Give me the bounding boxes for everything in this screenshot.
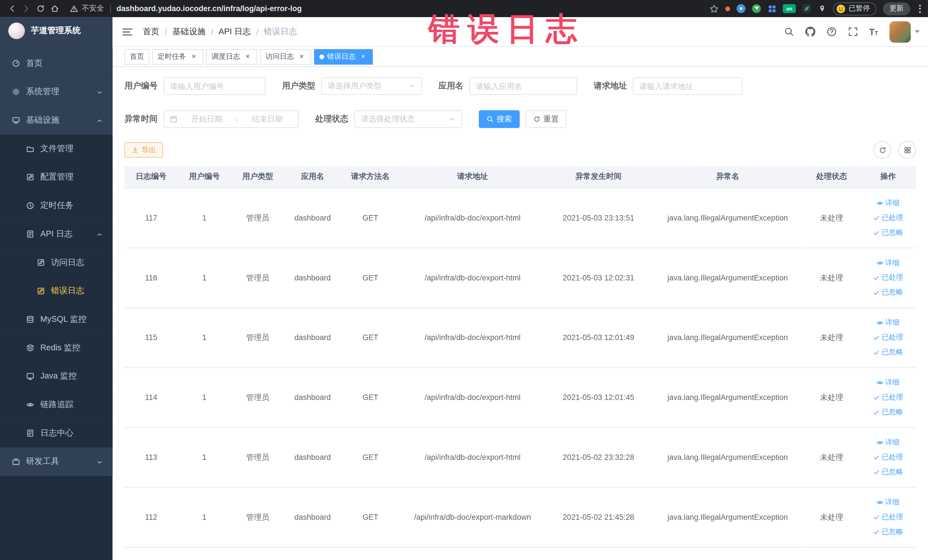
breadcrumb-item[interactable]: 首页 (143, 26, 159, 37)
processed-link[interactable]: 已处理 (873, 512, 903, 522)
ignored-link[interactable]: 已忽略 (873, 527, 903, 537)
cell-actions: 详细已处理已忽略 (860, 487, 916, 547)
sidebar-item-API-日志[interactable]: API 日志 (0, 220, 113, 249)
user-type-select[interactable]: 请选择用户类型 (321, 77, 422, 95)
log-center-icon (26, 429, 34, 437)
processed-link[interactable]: 已处理 (873, 273, 903, 283)
ignored-link[interactable]: 已忽略 (873, 347, 903, 357)
bookmark-star-icon[interactable] (709, 4, 719, 14)
sidebar-toggle-icon[interactable] (122, 26, 133, 38)
detail-link[interactable]: 详细 (876, 437, 899, 447)
view-tab-首页[interactable]: 首页 (124, 49, 149, 64)
extension-icon[interactable] (752, 4, 761, 13)
processed-link[interactable]: 已处理 (873, 392, 903, 402)
cell-request-url: /api/infra/db-doc/export-html (400, 248, 545, 308)
detail-link[interactable]: 详细 (876, 377, 899, 388)
sidebar-item-错误日志[interactable]: 错误日志 (0, 277, 113, 305)
close-tab-icon[interactable]: × (244, 52, 252, 61)
back-icon[interactable] (5, 2, 19, 16)
detail-link[interactable]: 详细 (876, 317, 899, 328)
filter-form: 用户编号 用户类型 请选择用户类型 应用名 (124, 77, 916, 128)
extension-on-badge[interactable]: on (783, 4, 796, 13)
sidebar-item-定时任务[interactable]: 定时任务 (0, 191, 113, 220)
filter-app-name: 应用名 (438, 77, 577, 95)
close-tab-icon[interactable]: × (359, 52, 368, 61)
sidebar-item-配置管理[interactable]: 配置管理 (0, 163, 113, 191)
view-tab-定时任务[interactable]: 定时任务× (152, 49, 203, 64)
refresh-button[interactable] (873, 141, 891, 159)
paused-button[interactable]: 已暂停 (833, 2, 877, 15)
ignored-link[interactable]: 已忽略 (873, 227, 903, 238)
date-range-picker[interactable]: 开始日期 - 结束日期 (163, 110, 299, 128)
extension-icon[interactable] (725, 6, 730, 11)
search-button[interactable]: 搜索 (479, 110, 519, 128)
sidebar-item-基础设施[interactable]: 基础设施 (0, 106, 113, 135)
browser-menu-icon[interactable] (917, 5, 923, 13)
view-tab-错误日志[interactable]: 错误日志× (314, 49, 373, 64)
close-tab-icon[interactable]: × (190, 52, 198, 61)
font-size-icon[interactable]: TT (869, 27, 878, 36)
sidebar-item-Java-监控[interactable]: Java 监控 (0, 362, 113, 391)
sidebar: 芋道管理系统 首页系统管理基础设施文件管理配置管理定时任务API 日志访问日志错… (0, 17, 113, 560)
detail-link[interactable]: 详细 (876, 198, 899, 208)
fullscreen-icon[interactable] (848, 26, 858, 37)
update-button[interactable]: 更新 (883, 2, 910, 15)
address-bar[interactable]: 不安全 dashboard.yudao.iocoder.cn/infra/log… (70, 3, 702, 14)
table-row: 1171管理员dashboardGET/api/infra/db-doc/exp… (124, 188, 916, 248)
infra-icon (12, 116, 20, 124)
home-icon[interactable] (47, 2, 62, 16)
ignored-link[interactable]: 已忽略 (873, 287, 903, 297)
sidebar-item-MySQL-监控[interactable]: MySQL 监控 (0, 305, 113, 334)
github-icon[interactable] (805, 26, 815, 37)
ignored-link[interactable]: 已忽略 (873, 407, 903, 417)
processed-link[interactable]: 已处理 (873, 333, 903, 342)
trace-icon (26, 401, 34, 409)
sidebar-item-访问日志[interactable]: 访问日志 (0, 248, 113, 277)
check-icon (873, 514, 880, 520)
sidebar-item-系统管理[interactable]: 系统管理 (0, 78, 113, 106)
export-button[interactable]: 导出 (124, 142, 163, 158)
url-text[interactable]: dashboard.yudao.iocoder.cn/infra/log/api… (116, 4, 302, 13)
cell-user-id: 1 (178, 427, 231, 487)
column-settings-button[interactable] (898, 141, 916, 159)
avatar[interactable] (890, 21, 911, 43)
detail-link[interactable]: 详细 (876, 258, 899, 268)
reload-icon[interactable] (33, 2, 47, 16)
sidebar-item-日志中心[interactable]: 日志中心 (0, 419, 113, 448)
extension-icon[interactable] (803, 4, 811, 13)
sidebar-item-Redis-监控[interactable]: Redis 监控 (0, 334, 113, 362)
eye-icon (876, 499, 884, 506)
view-tab-调度日志[interactable]: 调度日志× (206, 49, 257, 64)
reset-button[interactable]: 重置 (525, 110, 566, 128)
request-url-input[interactable] (633, 77, 742, 95)
sidebar-item-链路追踪[interactable]: 链路追踪 (0, 391, 113, 419)
eye-icon (876, 259, 884, 267)
cell-exception-name: java.lang.IllegalArgumentException (652, 308, 804, 368)
detail-link[interactable]: 详细 (876, 497, 899, 507)
close-tab-icon[interactable]: × (298, 52, 306, 61)
ignored-link[interactable]: 已忽略 (873, 467, 903, 477)
breadcrumb-item[interactable]: API 日志 (218, 26, 251, 37)
breadcrumb-item[interactable]: 基础设施 (172, 26, 205, 37)
process-status-select[interactable]: 请选择处理状态 (354, 110, 462, 128)
help-icon[interactable] (826, 26, 836, 37)
tabs-bar: 首页定时任务×调度日志×访问日志×错误日志× (113, 47, 928, 67)
sidebar-item-首页[interactable]: 首页 (0, 49, 113, 78)
extension-icon[interactable] (737, 4, 745, 13)
cell-user-id: 1 (178, 248, 231, 308)
processed-link[interactable]: 已处理 (873, 452, 903, 462)
extension-icon[interactable] (768, 4, 776, 13)
app-logo[interactable]: 芋道管理系统 (0, 17, 113, 44)
search-icon[interactable] (784, 26, 794, 37)
user-menu[interactable] (890, 21, 920, 43)
extension-pin-icon[interactable] (818, 4, 827, 13)
cell-exception-time: 2021-05-03 12:01:45 (545, 368, 652, 427)
sidebar-item-文件管理[interactable]: 文件管理 (0, 135, 113, 163)
forward-icon[interactable] (19, 2, 33, 16)
app-name-input[interactable] (469, 77, 577, 95)
processed-link[interactable]: 已处理 (873, 213, 903, 223)
redis-icon (26, 344, 34, 352)
sidebar-item-研发工具[interactable]: 研发工具 (0, 447, 113, 476)
user-id-input[interactable] (163, 77, 265, 95)
view-tab-访问日志[interactable]: 访问日志× (260, 49, 311, 64)
